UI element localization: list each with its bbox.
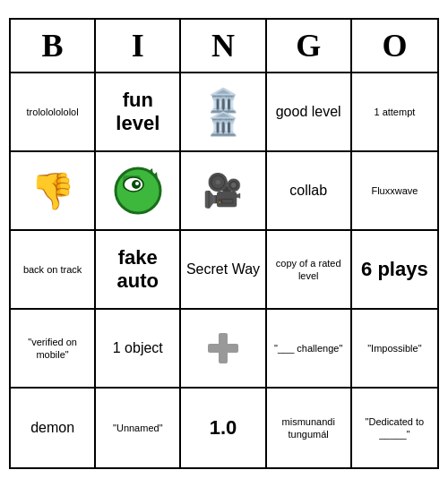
coin-stack: 🏛️ 🏛️	[209, 89, 237, 135]
thumbs-down-icon: 👎	[30, 173, 75, 209]
cell-text: "Dedicated to _____"	[356, 415, 434, 441]
cell-r3c3: Secret Way	[181, 231, 266, 310]
cell-r2c2	[96, 152, 181, 231]
cell-text: 1 object	[113, 339, 163, 358]
cell-r5c3: 1.0	[181, 389, 266, 467]
cell-r1c4: good level	[267, 73, 352, 152]
header-g: G	[267, 20, 352, 72]
svg-point-4	[135, 182, 139, 185]
cell-text: back on track	[23, 263, 82, 276]
cell-text: good level	[276, 103, 341, 122]
cell-r4c4: "___ challenge"	[267, 310, 352, 389]
cell-text: trolololololol	[27, 106, 79, 118]
cell-r1c5: 1 attempt	[352, 73, 437, 152]
coin-icon-2: 🏛️	[209, 112, 237, 135]
cell-r5c4: mismunandi tungumál	[267, 389, 352, 467]
cell-text: Secret Way	[186, 261, 260, 279]
cell-r4c1: "verified on mobile"	[11, 310, 96, 389]
header-i: I	[96, 20, 181, 72]
cell-r2c5: Fluxxwave	[352, 152, 437, 231]
cell-text: mismunandi tungumál	[271, 415, 347, 441]
svg-rect-8	[208, 344, 238, 353]
coin-icon-1: 🏛️	[209, 89, 237, 112]
cell-r3c2: fake auto	[96, 231, 181, 310]
cell-text: 6 plays	[361, 258, 428, 281]
cell-r1c3: 🏛️ 🏛️	[181, 73, 266, 152]
header-b: B	[11, 20, 96, 72]
cell-text: 1.0	[210, 416, 237, 440]
cell-r3c1: back on track	[11, 231, 96, 310]
cell-text: "Unnamed"	[113, 422, 163, 434]
cell-r1c2: fun level	[96, 73, 181, 152]
gd-ball-icon	[114, 167, 162, 215]
cell-r3c4: copy of a rated level	[267, 231, 352, 310]
cell-r5c1: demon	[11, 389, 96, 467]
plus-icon	[204, 329, 242, 367]
cell-r2c1: 👎	[11, 152, 96, 231]
cell-r2c4: collab	[267, 152, 352, 231]
cell-r3c5: 6 plays	[352, 231, 437, 310]
bingo-grid: trolololololol fun level 🏛️ 🏛️ good leve…	[11, 73, 437, 467]
cell-text: demon	[30, 419, 74, 438]
cell-text: copy of a rated level	[271, 257, 347, 283]
cell-text: "___ challenge"	[274, 342, 342, 355]
cell-text: fake auto	[99, 246, 176, 294]
cell-r4c5: "Impossible"	[352, 310, 437, 389]
cell-text: collab	[289, 182, 327, 201]
cell-r4c3	[181, 310, 266, 389]
cell-r5c5: "Dedicated to _____"	[352, 389, 437, 467]
cell-text: Fluxxwave	[371, 184, 418, 197]
cell-text: "verified on mobile"	[14, 336, 90, 362]
header-o: O	[352, 20, 437, 72]
cell-text: fun level	[99, 89, 176, 136]
cell-r2c3: 🎥	[181, 152, 266, 231]
bingo-card: B I N G O trolololololol fun level 🏛️ 🏛️…	[9, 18, 439, 469]
header-n: N	[181, 20, 266, 72]
cell-r1c1: trolololololol	[11, 73, 96, 152]
cell-text: "Impossible"	[367, 342, 421, 355]
camera-icon: 🎥	[202, 171, 243, 209]
bingo-header: B I N G O	[11, 20, 437, 73]
cell-r4c2: 1 object	[96, 310, 181, 389]
cell-r5c2: "Unnamed"	[96, 389, 181, 467]
cell-text: 1 attempt	[374, 106, 415, 118]
